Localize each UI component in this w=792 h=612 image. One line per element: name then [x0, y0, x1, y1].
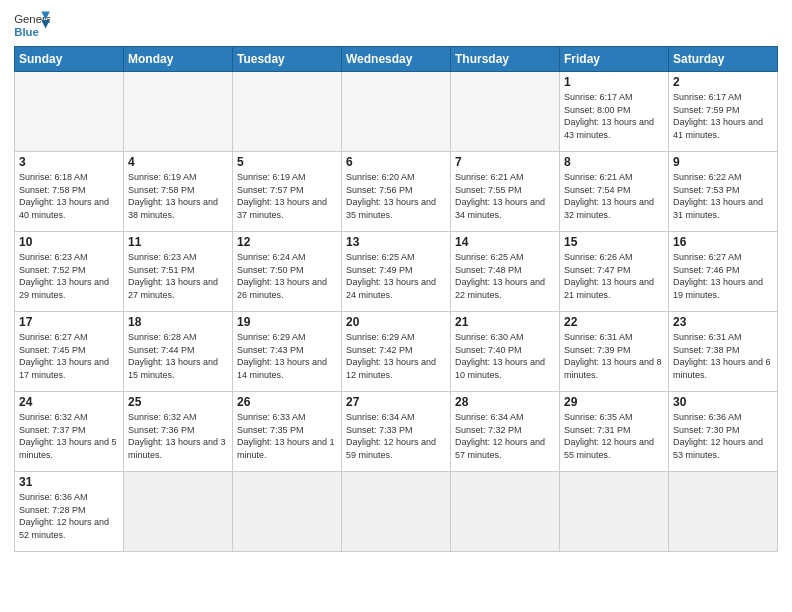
- calendar-day-cell: 17Sunrise: 6:27 AM Sunset: 7:45 PM Dayli…: [15, 312, 124, 392]
- page: General Blue SundayMondayTuesdayWednesda…: [0, 0, 792, 562]
- day-info: Sunrise: 6:29 AM Sunset: 7:43 PM Dayligh…: [237, 331, 337, 381]
- day-info: Sunrise: 6:23 AM Sunset: 7:52 PM Dayligh…: [19, 251, 119, 301]
- calendar-day-cell: 20Sunrise: 6:29 AM Sunset: 7:42 PM Dayli…: [342, 312, 451, 392]
- calendar-day-cell: [342, 72, 451, 152]
- day-number: 22: [564, 315, 664, 329]
- calendar-week-row: 10Sunrise: 6:23 AM Sunset: 7:52 PM Dayli…: [15, 232, 778, 312]
- calendar-day-cell: [560, 472, 669, 552]
- calendar-day-cell: 9Sunrise: 6:22 AM Sunset: 7:53 PM Daylig…: [669, 152, 778, 232]
- day-number: 3: [19, 155, 119, 169]
- calendar-day-cell: 2Sunrise: 6:17 AM Sunset: 7:59 PM Daylig…: [669, 72, 778, 152]
- calendar-week-row: 31Sunrise: 6:36 AM Sunset: 7:28 PM Dayli…: [15, 472, 778, 552]
- weekday-header-wednesday: Wednesday: [342, 47, 451, 72]
- calendar-day-cell: 4Sunrise: 6:19 AM Sunset: 7:58 PM Daylig…: [124, 152, 233, 232]
- calendar-week-row: 1Sunrise: 6:17 AM Sunset: 8:00 PM Daylig…: [15, 72, 778, 152]
- calendar-day-cell: [669, 472, 778, 552]
- day-number: 2: [673, 75, 773, 89]
- day-number: 17: [19, 315, 119, 329]
- calendar-day-cell: 16Sunrise: 6:27 AM Sunset: 7:46 PM Dayli…: [669, 232, 778, 312]
- calendar-day-cell: 5Sunrise: 6:19 AM Sunset: 7:57 PM Daylig…: [233, 152, 342, 232]
- calendar-day-cell: 6Sunrise: 6:20 AM Sunset: 7:56 PM Daylig…: [342, 152, 451, 232]
- day-number: 12: [237, 235, 337, 249]
- calendar-day-cell: [451, 72, 560, 152]
- day-number: 7: [455, 155, 555, 169]
- day-number: 27: [346, 395, 446, 409]
- day-number: 31: [19, 475, 119, 489]
- day-info: Sunrise: 6:25 AM Sunset: 7:49 PM Dayligh…: [346, 251, 446, 301]
- calendar-day-cell: 10Sunrise: 6:23 AM Sunset: 7:52 PM Dayli…: [15, 232, 124, 312]
- calendar-week-row: 3Sunrise: 6:18 AM Sunset: 7:58 PM Daylig…: [15, 152, 778, 232]
- calendar-day-cell: 8Sunrise: 6:21 AM Sunset: 7:54 PM Daylig…: [560, 152, 669, 232]
- weekday-header-row: SundayMondayTuesdayWednesdayThursdayFrid…: [15, 47, 778, 72]
- calendar-day-cell: 12Sunrise: 6:24 AM Sunset: 7:50 PM Dayli…: [233, 232, 342, 312]
- calendar-day-cell: 30Sunrise: 6:36 AM Sunset: 7:30 PM Dayli…: [669, 392, 778, 472]
- day-info: Sunrise: 6:22 AM Sunset: 7:53 PM Dayligh…: [673, 171, 773, 221]
- weekday-header-monday: Monday: [124, 47, 233, 72]
- day-number: 9: [673, 155, 773, 169]
- calendar-day-cell: 14Sunrise: 6:25 AM Sunset: 7:48 PM Dayli…: [451, 232, 560, 312]
- logo: General Blue: [14, 10, 50, 40]
- day-number: 30: [673, 395, 773, 409]
- calendar-table: SundayMondayTuesdayWednesdayThursdayFrid…: [14, 46, 778, 552]
- weekday-header-thursday: Thursday: [451, 47, 560, 72]
- day-number: 10: [19, 235, 119, 249]
- day-info: Sunrise: 6:24 AM Sunset: 7:50 PM Dayligh…: [237, 251, 337, 301]
- day-info: Sunrise: 6:19 AM Sunset: 7:57 PM Dayligh…: [237, 171, 337, 221]
- day-number: 24: [19, 395, 119, 409]
- day-number: 16: [673, 235, 773, 249]
- day-number: 13: [346, 235, 446, 249]
- calendar-day-cell: 21Sunrise: 6:30 AM Sunset: 7:40 PM Dayli…: [451, 312, 560, 392]
- weekday-header-friday: Friday: [560, 47, 669, 72]
- day-info: Sunrise: 6:20 AM Sunset: 7:56 PM Dayligh…: [346, 171, 446, 221]
- day-number: 15: [564, 235, 664, 249]
- day-number: 20: [346, 315, 446, 329]
- calendar-day-cell: 23Sunrise: 6:31 AM Sunset: 7:38 PM Dayli…: [669, 312, 778, 392]
- day-info: Sunrise: 6:32 AM Sunset: 7:37 PM Dayligh…: [19, 411, 119, 461]
- calendar-day-cell: 15Sunrise: 6:26 AM Sunset: 7:47 PM Dayli…: [560, 232, 669, 312]
- day-number: 11: [128, 235, 228, 249]
- calendar-day-cell: [233, 472, 342, 552]
- day-info: Sunrise: 6:28 AM Sunset: 7:44 PM Dayligh…: [128, 331, 228, 381]
- calendar-day-cell: 1Sunrise: 6:17 AM Sunset: 8:00 PM Daylig…: [560, 72, 669, 152]
- day-number: 4: [128, 155, 228, 169]
- calendar-day-cell: 13Sunrise: 6:25 AM Sunset: 7:49 PM Dayli…: [342, 232, 451, 312]
- day-number: 6: [346, 155, 446, 169]
- day-number: 25: [128, 395, 228, 409]
- calendar-day-cell: 26Sunrise: 6:33 AM Sunset: 7:35 PM Dayli…: [233, 392, 342, 472]
- day-info: Sunrise: 6:21 AM Sunset: 7:54 PM Dayligh…: [564, 171, 664, 221]
- day-info: Sunrise: 6:31 AM Sunset: 7:39 PM Dayligh…: [564, 331, 664, 381]
- calendar-day-cell: 19Sunrise: 6:29 AM Sunset: 7:43 PM Dayli…: [233, 312, 342, 392]
- day-info: Sunrise: 6:27 AM Sunset: 7:45 PM Dayligh…: [19, 331, 119, 381]
- weekday-header-tuesday: Tuesday: [233, 47, 342, 72]
- weekday-header-saturday: Saturday: [669, 47, 778, 72]
- calendar-week-row: 17Sunrise: 6:27 AM Sunset: 7:45 PM Dayli…: [15, 312, 778, 392]
- generalblue-logo-icon: General Blue: [14, 10, 50, 40]
- day-info: Sunrise: 6:33 AM Sunset: 7:35 PM Dayligh…: [237, 411, 337, 461]
- day-info: Sunrise: 6:36 AM Sunset: 7:28 PM Dayligh…: [19, 491, 119, 541]
- day-number: 28: [455, 395, 555, 409]
- day-number: 29: [564, 395, 664, 409]
- day-number: 19: [237, 315, 337, 329]
- calendar-day-cell: 3Sunrise: 6:18 AM Sunset: 7:58 PM Daylig…: [15, 152, 124, 232]
- calendar-day-cell: 31Sunrise: 6:36 AM Sunset: 7:28 PM Dayli…: [15, 472, 124, 552]
- day-info: Sunrise: 6:17 AM Sunset: 8:00 PM Dayligh…: [564, 91, 664, 141]
- calendar-day-cell: [124, 72, 233, 152]
- day-info: Sunrise: 6:25 AM Sunset: 7:48 PM Dayligh…: [455, 251, 555, 301]
- calendar-day-cell: 11Sunrise: 6:23 AM Sunset: 7:51 PM Dayli…: [124, 232, 233, 312]
- day-number: 1: [564, 75, 664, 89]
- calendar-day-cell: 27Sunrise: 6:34 AM Sunset: 7:33 PM Dayli…: [342, 392, 451, 472]
- day-info: Sunrise: 6:26 AM Sunset: 7:47 PM Dayligh…: [564, 251, 664, 301]
- day-info: Sunrise: 6:21 AM Sunset: 7:55 PM Dayligh…: [455, 171, 555, 221]
- day-info: Sunrise: 6:23 AM Sunset: 7:51 PM Dayligh…: [128, 251, 228, 301]
- day-number: 8: [564, 155, 664, 169]
- calendar-day-cell: [124, 472, 233, 552]
- day-info: Sunrise: 6:35 AM Sunset: 7:31 PM Dayligh…: [564, 411, 664, 461]
- day-info: Sunrise: 6:29 AM Sunset: 7:42 PM Dayligh…: [346, 331, 446, 381]
- day-info: Sunrise: 6:34 AM Sunset: 7:32 PM Dayligh…: [455, 411, 555, 461]
- calendar-day-cell: 28Sunrise: 6:34 AM Sunset: 7:32 PM Dayli…: [451, 392, 560, 472]
- header-area: General Blue: [14, 10, 778, 40]
- calendar-day-cell: 29Sunrise: 6:35 AM Sunset: 7:31 PM Dayli…: [560, 392, 669, 472]
- calendar-day-cell: 25Sunrise: 6:32 AM Sunset: 7:36 PM Dayli…: [124, 392, 233, 472]
- calendar-day-cell: 24Sunrise: 6:32 AM Sunset: 7:37 PM Dayli…: [15, 392, 124, 472]
- calendar-day-cell: 18Sunrise: 6:28 AM Sunset: 7:44 PM Dayli…: [124, 312, 233, 392]
